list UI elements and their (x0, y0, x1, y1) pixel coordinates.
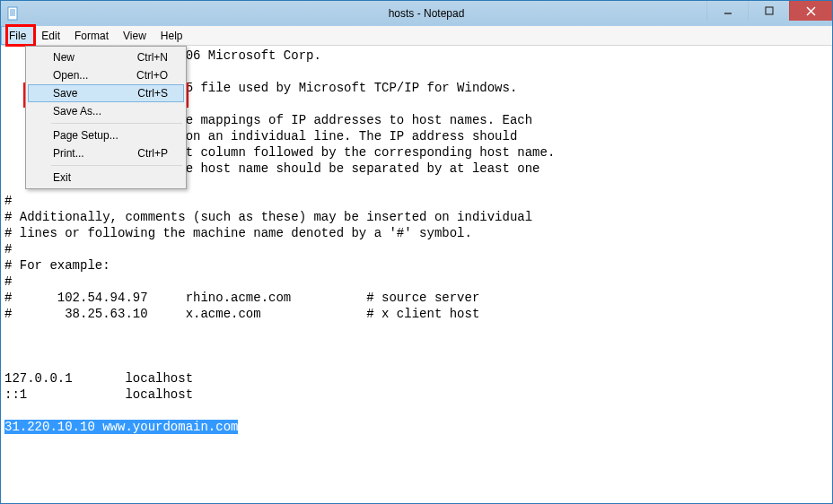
selected-text: 31.220.10.10 www.yourdomain.com (4, 420, 238, 434)
window-controls (706, 1, 832, 21)
menu-item-shortcut: Ctrl+P (137, 147, 168, 160)
menu-item-label: Page Setup... (53, 129, 118, 142)
text-line: # (4, 194, 12, 208)
menu-item-shortcut: Ctrl+S (137, 87, 168, 100)
menu-item-label: Print... (53, 147, 84, 160)
text-line: ::1 localhost (4, 387, 193, 402)
text-line: # (4, 274, 12, 289)
notepad-window: hosts - Notepad File Edit Format View He… (0, 0, 833, 504)
menu-format[interactable]: Format (67, 26, 116, 45)
titlebar: hosts - Notepad (1, 1, 832, 26)
menu-item-exit[interactable]: Exit (28, 169, 184, 187)
menu-item-save[interactable]: Save Ctrl+S (28, 84, 184, 102)
menu-item-open[interactable]: Open... Ctrl+O (28, 66, 184, 84)
menubar: File Edit Format View Help (1, 26, 832, 46)
text-line: # For example: (4, 258, 110, 273)
text-line: # 38.25.63.10 x.acme.com # x client host (4, 307, 479, 321)
maximize-button[interactable] (748, 1, 789, 21)
menu-edit[interactable]: Edit (34, 26, 67, 45)
text-line: # 102.54.94.97 rhino.acme.com # source s… (4, 291, 479, 305)
notepad-icon (6, 6, 21, 21)
text-line: 127.0.0.1 localhost (4, 371, 193, 386)
menu-item-label: Save (53, 87, 77, 100)
file-menu-dropdown: New Ctrl+N Open... Ctrl+O Save Ctrl+S Sa… (25, 46, 187, 189)
menu-item-label: Save As... (53, 105, 101, 117)
menu-separator (51, 165, 182, 166)
minimize-button[interactable] (706, 1, 748, 21)
menu-item-saveas[interactable]: Save As... (28, 102, 184, 120)
menu-separator (51, 123, 182, 124)
close-button[interactable] (789, 1, 832, 21)
menu-item-new[interactable]: New Ctrl+N (28, 48, 184, 66)
menu-file[interactable]: File (1, 26, 34, 45)
menu-view[interactable]: View (116, 26, 153, 45)
text-line: # Additionally, comments (such as these)… (4, 210, 532, 224)
menu-help[interactable]: Help (153, 26, 190, 45)
text-line: # lines or following the machine name de… (4, 226, 472, 240)
text-line: # (4, 242, 12, 256)
menu-item-shortcut: Ctrl+O (136, 69, 168, 82)
menu-item-print[interactable]: Print... Ctrl+P (28, 144, 184, 162)
menu-item-label: Exit (53, 171, 71, 184)
svg-rect-6 (766, 7, 773, 14)
menu-item-pagesetup[interactable]: Page Setup... (28, 126, 184, 144)
menu-item-label: New (53, 51, 75, 64)
menu-item-label: Open... (53, 69, 88, 82)
menu-item-shortcut: Ctrl+N (137, 51, 168, 64)
